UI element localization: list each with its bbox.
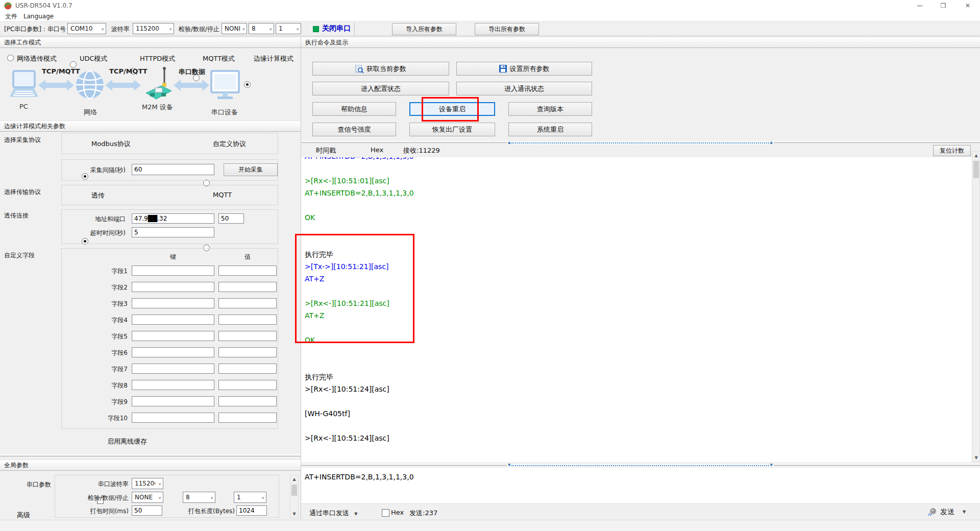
get-params-button[interactable]: 获取当前参数 xyxy=(312,62,449,76)
app-window: USR-DR504 V1.0.7 — ❐ ✕ 文件 Language [PC串口… xyxy=(0,0,980,531)
field-5-key-input[interactable] xyxy=(132,331,214,341)
set-params-button[interactable]: 设置所有参数 xyxy=(456,62,592,76)
pack-length-label: 打包长度(Bytes) xyxy=(168,507,235,516)
log-top-splitter-handle[interactable]: ▲ ▲ xyxy=(507,141,774,144)
global-databits-select[interactable]: 8 ∨ xyxy=(183,492,215,503)
enter-config-button[interactable]: 进入配置状态 xyxy=(312,82,449,95)
scroll-down-icon[interactable]: ▼ xyxy=(290,510,298,518)
baud-select[interactable]: 115200 ∨ xyxy=(133,23,174,34)
menu-language[interactable]: Language xyxy=(20,11,57,21)
radio-edge-compute-label: 边缘计算模式 xyxy=(254,54,293,63)
field-3-label: 字段3 xyxy=(87,300,128,308)
send-via-serial-dropdown[interactable]: 通过串口发送 ▼ xyxy=(309,509,357,518)
import-all-params-button[interactable]: 导入所有参数 xyxy=(392,23,456,35)
field-9-value-input[interactable] xyxy=(218,396,277,406)
radio-edge-compute-mode[interactable] xyxy=(244,81,251,88)
databits-select[interactable]: 8 ∨ xyxy=(249,23,274,34)
field-2-label: 字段2 xyxy=(87,283,128,292)
parity-select[interactable]: NONI ∨ xyxy=(222,23,247,34)
stopbits-select[interactable]: 1 ∨ xyxy=(276,23,301,34)
field-1-key-input[interactable] xyxy=(132,266,214,276)
address-input[interactable] xyxy=(132,213,214,224)
stopbits-value: 1 xyxy=(279,25,283,32)
scroll-up-icon[interactable]: ▲ xyxy=(290,475,298,483)
field-10-key-input[interactable] xyxy=(132,413,214,423)
log-scrollbar-thumb[interactable] xyxy=(973,161,979,178)
reset-count-button[interactable]: 复位计数 xyxy=(933,145,971,156)
field-1-value-input[interactable] xyxy=(218,266,277,276)
field-5-value-input[interactable] xyxy=(218,331,277,341)
collect-interval-input[interactable] xyxy=(132,164,214,175)
field-7-value-input[interactable] xyxy=(218,364,277,374)
pack-time-input[interactable] xyxy=(132,505,162,516)
send-options-arrow-icon[interactable]: ▼ xyxy=(963,510,966,514)
left-splitter[interactable] xyxy=(0,454,301,458)
sent-count-label: 发送:237 xyxy=(409,509,437,518)
field-7-label: 字段7 xyxy=(87,365,128,374)
log-line xyxy=(305,238,414,250)
baud-label: 波特率 xyxy=(111,25,130,34)
global-stopbits-select[interactable]: 1 ∨ xyxy=(234,492,266,503)
left-scrollbar[interactable]: ▲ ▼ xyxy=(290,475,299,518)
global-pds-label: 检验/数据/停止 xyxy=(71,494,129,502)
enter-comm-button[interactable]: 进入通讯状态 xyxy=(456,82,592,95)
log-line xyxy=(305,422,414,434)
global-databits-value: 8 xyxy=(186,494,190,501)
radio-net-passthrough-mode[interactable] xyxy=(7,55,14,61)
send-button[interactable]: 发送 xyxy=(940,508,954,517)
scroll-up-icon[interactable]: ▲ xyxy=(972,152,980,159)
radio-transfer-mqtt-label: MQTT xyxy=(213,191,232,199)
port-input[interactable] xyxy=(218,213,244,224)
start-collect-button[interactable]: 开始采集 xyxy=(224,163,278,176)
global-parity-select[interactable]: NONE ∨ xyxy=(132,492,163,503)
global-baud-select[interactable]: 115200 ∨ xyxy=(132,478,163,489)
close-button[interactable]: ✕ xyxy=(958,0,978,11)
pack-length-input[interactable] xyxy=(236,505,267,516)
send-splitter-handle[interactable]: ▼ ▼ xyxy=(507,464,774,467)
timeout-input[interactable] xyxy=(132,227,214,237)
field-7-key-input[interactable] xyxy=(132,364,214,374)
factory-reset-button[interactable]: 恢复出厂设置 xyxy=(409,123,495,136)
system-reboot-button[interactable]: 系统重启 xyxy=(508,123,592,136)
field-2-key-input[interactable] xyxy=(132,282,214,292)
chevron-down-icon: ∨ xyxy=(101,27,104,30)
close-port-button[interactable]: 关闭串口 xyxy=(322,24,351,33)
com-port-select[interactable]: COM10 ∨ xyxy=(67,23,106,34)
chevron-down-icon: ▼ xyxy=(354,512,357,516)
field-10-value-input[interactable] xyxy=(218,413,277,423)
field-8-key-input[interactable] xyxy=(132,380,214,390)
field-6-value-input[interactable] xyxy=(218,347,277,357)
send-input-area[interactable]: AT+INSERTDB=2,B,1,3,1,1,3,0 xyxy=(301,468,980,503)
received-count-label: 接收:11229 xyxy=(403,146,440,155)
scroll-down-icon[interactable]: ▼ xyxy=(972,454,980,462)
collapse-up-icon: ▲ xyxy=(769,141,774,144)
restore-button[interactable]: ❐ xyxy=(933,0,953,11)
export-all-params-button[interactable]: 导出所有参数 xyxy=(475,23,539,35)
left-scrollbar-thumb[interactable] xyxy=(291,485,297,496)
field-2-value-input[interactable] xyxy=(218,282,277,292)
edge-params-header: 边缘计算模式相关参数 xyxy=(0,120,301,132)
log-line: AT+INSERTDB=2,B,1,3,1,1,3,0 xyxy=(305,157,414,164)
field-8-value-input[interactable] xyxy=(218,380,277,390)
get-params-label: 获取当前参数 xyxy=(366,64,406,74)
field-4-key-input[interactable] xyxy=(132,315,214,325)
field-3-key-input[interactable] xyxy=(132,298,214,308)
minimize-button[interactable]: — xyxy=(910,0,930,11)
device-reboot-button[interactable]: 设备重启 xyxy=(409,102,495,116)
collect-interval-label: 采集间隔(秒) xyxy=(71,166,126,175)
field-6-key-input[interactable] xyxy=(132,347,214,357)
menu-file[interactable]: 文件 xyxy=(2,11,20,21)
query-signal-button[interactable]: 查信号强度 xyxy=(312,123,396,136)
field-4-value-input[interactable] xyxy=(218,315,277,325)
log-output-area[interactable]: AT+INSERTDB=2,B,1,3,1,1,3,0 >[Rx<-][10:5… xyxy=(301,157,972,462)
send-input-text[interactable]: AT+INSERTDB=2,B,1,3,1,1,3,0 xyxy=(305,473,414,481)
serial-device-monitor-icon xyxy=(210,70,240,102)
factory-reset-label: 恢复出厂设置 xyxy=(432,125,472,134)
field-3-value-input[interactable] xyxy=(218,298,277,308)
radio-modbus-label: Modbus协议 xyxy=(91,139,131,149)
field-9-key-input[interactable] xyxy=(132,396,214,406)
log-scrollbar[interactable]: ▲ ▼ xyxy=(972,151,980,462)
help-info-button[interactable]: 帮助信息 xyxy=(312,102,396,116)
send-hex-checkbox[interactable] xyxy=(382,509,389,517)
query-version-button[interactable]: 查询版本 xyxy=(508,102,592,116)
